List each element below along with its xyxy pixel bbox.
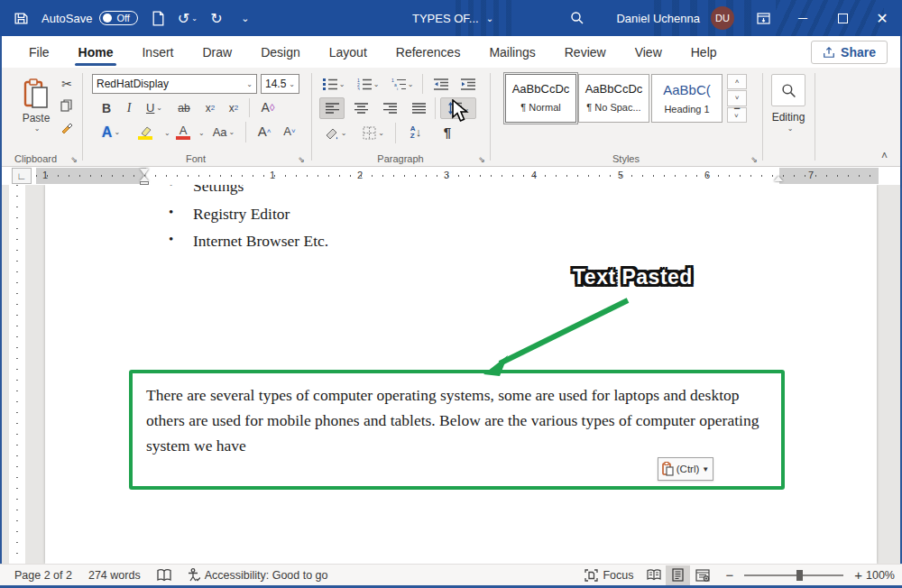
style-heading1[interactable]: AaBbC( Heading 1 (651, 74, 723, 123)
accessibility-status[interactable]: Accessibility: Good to go (179, 565, 336, 586)
tab-home[interactable]: Home (64, 36, 128, 68)
clear-formatting-button[interactable]: A◊ (256, 96, 280, 117)
tab-view[interactable]: View (621, 36, 676, 68)
zoom-slider-handle[interactable] (796, 570, 803, 581)
show-formatting-button[interactable]: ¶ (437, 121, 458, 143)
word-count[interactable]: 274 words (80, 565, 149, 586)
ribbon-display-options-icon[interactable] (745, 0, 781, 36)
paragraph-dialog-launcher-icon[interactable]: ⇘ (478, 155, 485, 164)
align-left-button[interactable] (319, 97, 345, 119)
styles-scroll-up-icon[interactable]: ˄ (727, 74, 747, 89)
tab-help[interactable]: Help (676, 36, 732, 68)
new-document-icon[interactable] (151, 10, 167, 26)
pasted-paragraph[interactable]: There are several types of computer oper… (146, 382, 770, 458)
paste-options-dropdown-icon[interactable]: ▼ (702, 465, 709, 473)
share-button[interactable]: Share (811, 41, 888, 64)
zoom-out-button[interactable]: − (714, 565, 737, 586)
styles-more-icon[interactable]: ▔˅ (727, 107, 747, 123)
style-normal[interactable]: AaBbCcDc ¶ Normal (505, 74, 576, 123)
editing-search-button[interactable] (771, 74, 805, 106)
bullets-dropdown-icon[interactable]: ⌄ (339, 80, 345, 88)
tab-mailings[interactable]: Mailings (474, 36, 549, 68)
autosave-control[interactable]: AutoSave Off (41, 11, 138, 25)
maximize-button[interactable] (824, 0, 861, 36)
borders-dropdown-icon[interactable]: ⌄ (378, 129, 384, 137)
multilevel-list-button[interactable]: 1ai ⌄ (388, 74, 417, 94)
strikethrough-button[interactable]: ab (173, 98, 195, 117)
numbering-dropdown-icon[interactable]: ⌄ (373, 80, 380, 88)
paste-button[interactable]: Paste ⌄ (16, 73, 56, 138)
tab-insert[interactable]: Insert (127, 36, 188, 68)
tab-file[interactable]: File (14, 36, 64, 68)
align-right-button[interactable] (377, 97, 402, 119)
list-item[interactable]: • Registry Editor (169, 205, 290, 224)
text-effects-button[interactable]: A⌄ (96, 122, 126, 142)
subscript-button[interactable]: x2 (200, 98, 220, 117)
grow-font-button[interactable]: A˄ (253, 120, 276, 142)
document-title[interactable]: TYPES OF... (412, 12, 479, 25)
change-case-button[interactable]: Aa⌄ (207, 122, 240, 142)
tab-design[interactable]: Design (246, 36, 315, 68)
tab-references[interactable]: References (382, 36, 475, 68)
underline-dropdown-icon[interactable]: ⌄ (156, 104, 162, 112)
title-dropdown-icon[interactable]: ⌄ (486, 14, 493, 23)
user-name[interactable]: Daniel Uchenna (616, 12, 700, 25)
save-icon[interactable] (13, 10, 29, 26)
highlight-dropdown-icon[interactable]: ⌄ (164, 129, 170, 137)
italic-button[interactable]: I (121, 98, 137, 117)
shading-button[interactable]: ⌄ (319, 123, 352, 143)
right-indent-marker[interactable] (774, 176, 783, 181)
shrink-font-button[interactable]: A˅ (278, 120, 301, 142)
search-icon[interactable] (569, 10, 585, 26)
tab-stop-selector[interactable]: ∟ (12, 168, 32, 184)
list-item[interactable]: • Settings (169, 185, 244, 196)
vertical-ruler[interactable] (9, 185, 25, 564)
bold-button[interactable]: B (97, 98, 115, 117)
paste-dropdown-icon[interactable]: ⌄ (34, 124, 41, 133)
read-mode-button[interactable] (641, 565, 666, 585)
print-layout-button[interactable] (666, 565, 690, 585)
tab-review[interactable]: Review (550, 36, 621, 68)
font-size-combo[interactable]: 14.5 ⌄ (261, 74, 299, 94)
editing-dropdown-icon[interactable]: ⌄ (765, 124, 815, 133)
styles-dialog-launcher-icon[interactable]: ⇘ (750, 155, 758, 164)
copy-icon[interactable] (58, 96, 76, 115)
text-highlight-button[interactable] (130, 122, 161, 142)
shading-dropdown-icon[interactable]: ⌄ (341, 129, 347, 137)
horizontal-ruler[interactable]: 1 1 2 3 4 5 6 7 (36, 168, 879, 184)
undo-button[interactable]: ↺⌄ (179, 10, 196, 26)
align-center-button[interactable] (348, 97, 373, 119)
numbering-button[interactable]: 123 ⌄ (354, 74, 382, 94)
underline-button[interactable]: U⌄ (141, 98, 168, 117)
first-line-indent-marker[interactable] (140, 169, 149, 175)
close-button[interactable]: ✕ (864, 0, 900, 36)
zoom-slider[interactable] (744, 574, 843, 576)
proofing-icon[interactable] (149, 565, 179, 586)
page-indicator[interactable]: Page 2 of 2 (0, 565, 80, 586)
style-no-spacing[interactable]: AaBbCcDc ¶ No Spac... (578, 74, 649, 123)
font-color-button[interactable]: A (171, 122, 195, 142)
zoom-percentage[interactable]: 100% (866, 569, 902, 582)
multilevel-dropdown-icon[interactable]: ⌄ (408, 80, 414, 88)
paste-options-button[interactable]: (Ctrl) ▼ (658, 457, 713, 481)
avatar[interactable]: DU (711, 6, 734, 30)
font-dialog-launcher-icon[interactable]: ⇘ (298, 155, 305, 164)
bullets-button[interactable]: ⌄ (319, 74, 348, 94)
autosave-toggle[interactable]: Off (99, 11, 137, 25)
web-layout-button[interactable] (690, 565, 714, 585)
increase-indent-button[interactable] (456, 74, 480, 94)
minimize-button[interactable]: ─ (785, 0, 821, 36)
clipboard-dialog-launcher-icon[interactable]: ⇘ (70, 155, 78, 164)
styles-scroll-down-icon[interactable]: ˅ (727, 90, 747, 106)
tab-layout[interactable]: Layout (315, 36, 382, 68)
tab-draw[interactable]: Draw (188, 36, 246, 68)
collapse-ribbon-icon[interactable]: ˄ (881, 150, 888, 162)
zoom-in-button[interactable]: + (851, 565, 866, 586)
focus-mode-button[interactable]: Focus (576, 565, 641, 586)
decrease-indent-button[interactable] (429, 74, 453, 94)
redo-button[interactable]: ↻ (208, 10, 225, 26)
customize-toolbar-icon[interactable]: ⌄ (237, 10, 253, 26)
cut-icon[interactable]: ✂ (58, 75, 76, 93)
sort-button[interactable]: A Z ↓ (402, 121, 429, 143)
editing-label[interactable]: Editing (763, 111, 814, 124)
